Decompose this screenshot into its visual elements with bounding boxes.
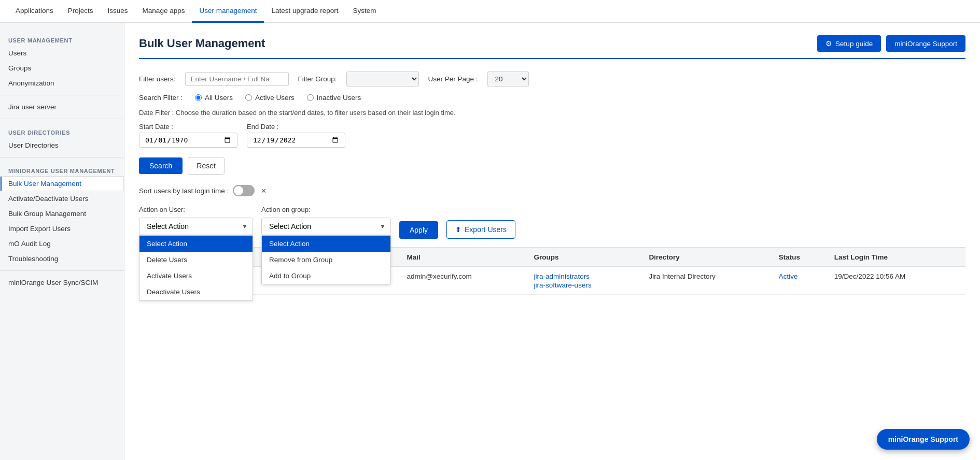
apply-button[interactable]: Apply bbox=[399, 221, 438, 239]
radio-inactive-users-input[interactable] bbox=[307, 94, 314, 101]
main-layout: USER MANAGEMENT Users Groups Anonymizati… bbox=[0, 23, 980, 460]
user-option-select-action[interactable]: Select Action bbox=[139, 236, 253, 252]
sort-toggle[interactable] bbox=[233, 185, 255, 196]
end-date-group: End Date : bbox=[247, 123, 345, 148]
setup-guide-button[interactable]: ⚙ Setup guide bbox=[817, 35, 881, 52]
action-on-user-group: Action on User: Select Action Delete Use… bbox=[139, 206, 253, 235]
radio-inactive-users[interactable]: Inactive Users bbox=[307, 94, 361, 102]
col-mail: Mail bbox=[400, 248, 527, 267]
col-last-login: Last Login Time bbox=[828, 248, 965, 267]
sidebar-item-activate-deactivate[interactable]: Activate/Deactivate Users bbox=[0, 191, 124, 206]
header-buttons: ⚙ Setup guide miniOrange Support bbox=[817, 35, 965, 52]
radio-active-users[interactable]: Active Users bbox=[245, 94, 295, 102]
action-on-group-select[interactable]: Select Action Remove from Group Add to G… bbox=[261, 218, 391, 235]
action-on-group-label: Action on group: bbox=[261, 206, 391, 213]
sort-toggle-x[interactable]: ✕ bbox=[261, 187, 267, 195]
export-users-label: Export Users bbox=[465, 225, 507, 234]
row-directory: Jira Internal Directory bbox=[642, 267, 772, 295]
radio-all-users[interactable]: All Users bbox=[195, 94, 233, 102]
user-option-deactivate-users[interactable]: Deactivate Users bbox=[139, 284, 253, 300]
sidebar-item-import-export[interactable]: Import Export Users bbox=[0, 221, 124, 236]
search-button[interactable]: Search bbox=[139, 157, 183, 174]
sidebar-item-troubleshooting[interactable]: Troubleshooting bbox=[0, 251, 124, 266]
top-navigation: Applications Projects Issues Manage apps… bbox=[0, 0, 980, 23]
user-per-page-select[interactable]: 20 50 100 bbox=[487, 71, 529, 87]
sidebar-item-mo-audit-log[interactable]: mO Audit Log bbox=[0, 236, 124, 251]
sidebar-divider-3 bbox=[0, 157, 124, 157]
action-on-user-menu: Select Action Delete Users Activate User… bbox=[139, 235, 253, 300]
filter-row: Filter users: Filter Group: User Per Pag… bbox=[139, 71, 965, 87]
start-date-input[interactable] bbox=[139, 133, 237, 148]
user-per-page-label: User Per Page : bbox=[428, 75, 478, 83]
table-controls: Action on User: Select Action Delete Use… bbox=[139, 206, 965, 239]
sort-label: Sort users by last login time : bbox=[139, 187, 229, 195]
col-directory: Directory bbox=[642, 248, 772, 267]
user-option-delete-users[interactable]: Delete Users bbox=[139, 252, 253, 268]
search-filter-row: Search Filter : All Users Active Users I… bbox=[139, 94, 965, 102]
filter-group-select[interactable] bbox=[346, 71, 419, 87]
nav-issues[interactable]: Issues bbox=[101, 0, 135, 23]
miniorange-support-header-button[interactable]: miniOrange Support bbox=[886, 35, 965, 52]
export-users-button[interactable]: ⬆ Export Users bbox=[446, 220, 515, 239]
action-on-group-menu: Select Action Remove from Group Add to G… bbox=[261, 235, 391, 284]
radio-all-users-input[interactable] bbox=[195, 94, 202, 101]
row-groups: jira-administrators jira-software-users bbox=[528, 267, 643, 295]
radio-all-users-label: All Users bbox=[205, 94, 233, 102]
date-filter-row: Start Date : End Date : bbox=[139, 123, 965, 148]
filter-users-label: Filter users: bbox=[139, 75, 176, 83]
sidebar-item-jira-user-server[interactable]: Jira user server bbox=[0, 99, 124, 114]
nav-upgrade-report[interactable]: Latest upgrade report bbox=[264, 0, 345, 23]
main-content: Bulk User Management ⚙ Setup guide miniO… bbox=[124, 23, 980, 460]
radio-active-users-label: Active Users bbox=[255, 94, 295, 102]
group-option-remove-from-group[interactable]: Remove from Group bbox=[262, 252, 390, 268]
sort-row: Sort users by last login time : ✕ bbox=[139, 185, 965, 196]
group-option-add-to-group[interactable]: Add to Group bbox=[262, 268, 390, 284]
sidebar-section-miniorange: MINIORANGE USER MANAGEMENT bbox=[0, 162, 124, 176]
gear-icon: ⚙ bbox=[825, 39, 832, 48]
search-action-row: Search Reset bbox=[139, 157, 965, 175]
page-header: Bulk User Management ⚙ Setup guide miniO… bbox=[139, 35, 965, 59]
action-on-group-group: Action on group: Select Action Remove fr… bbox=[261, 206, 391, 235]
nav-system[interactable]: System bbox=[346, 0, 384, 23]
search-filter-label: Search Filter : bbox=[139, 94, 183, 102]
action-on-user-label: Action on User: bbox=[139, 206, 253, 213]
action-on-user-select[interactable]: Select Action Delete Users Activate User… bbox=[139, 218, 253, 235]
end-date-label: End Date : bbox=[247, 123, 345, 131]
sidebar-item-bulk-user-management[interactable]: Bulk User Management bbox=[0, 176, 124, 191]
row-mail: admin@xecurify.com bbox=[400, 267, 527, 295]
sidebar-item-groups[interactable]: Groups bbox=[0, 61, 124, 76]
nav-applications[interactable]: Applications bbox=[8, 0, 61, 23]
group-link-2[interactable]: jira-software-users bbox=[534, 281, 637, 289]
sidebar-section-user-directories: USER DIRECTORIES bbox=[0, 123, 124, 138]
sidebar-item-miniorange-sync[interactable]: miniOrange User Sync/SCIM bbox=[0, 275, 124, 290]
end-date-input[interactable] bbox=[247, 133, 345, 148]
sidebar-divider-2 bbox=[0, 119, 124, 119]
start-date-label: Start Date : bbox=[139, 123, 237, 131]
nav-manage-apps[interactable]: Manage apps bbox=[135, 0, 192, 23]
miniorange-support-bubble[interactable]: miniOrange Support bbox=[877, 429, 970, 450]
sidebar: USER MANAGEMENT Users Groups Anonymizati… bbox=[0, 23, 124, 460]
action-on-user-dropdown-wrapper: Select Action Delete Users Activate User… bbox=[139, 218, 253, 235]
sidebar-item-user-directories[interactable]: User Directories bbox=[0, 138, 124, 153]
sidebar-item-users[interactable]: Users bbox=[0, 46, 124, 61]
reset-button[interactable]: Reset bbox=[188, 157, 225, 175]
group-option-select-action[interactable]: Select Action bbox=[262, 236, 390, 252]
row-last-login: 19/Dec/2022 10:56 AM bbox=[828, 267, 965, 295]
sidebar-section-user-management: USER MANAGEMENT bbox=[0, 31, 124, 46]
nav-projects[interactable]: Projects bbox=[61, 0, 101, 23]
status-badge: Active bbox=[779, 272, 798, 280]
nav-user-management[interactable]: User management bbox=[192, 0, 264, 23]
group-link-1[interactable]: jira-administrators bbox=[534, 272, 637, 280]
group-links: jira-administrators jira-software-users bbox=[534, 272, 637, 289]
start-date-group: Start Date : bbox=[139, 123, 237, 148]
action-on-group-dropdown-wrapper: Select Action Remove from Group Add to G… bbox=[261, 218, 391, 235]
sidebar-item-anonymization[interactable]: Anonymization bbox=[0, 76, 124, 91]
sidebar-item-bulk-group-management[interactable]: Bulk Group Management bbox=[0, 206, 124, 221]
date-filter-note: Date Filter : Choose the duration based … bbox=[139, 109, 965, 117]
sidebar-divider-1 bbox=[0, 95, 124, 95]
filter-users-input[interactable] bbox=[185, 72, 289, 86]
upload-icon: ⬆ bbox=[455, 225, 461, 234]
radio-inactive-users-label: Inactive Users bbox=[317, 94, 361, 102]
radio-active-users-input[interactable] bbox=[245, 94, 252, 101]
user-option-activate-users[interactable]: Activate Users bbox=[139, 268, 253, 284]
